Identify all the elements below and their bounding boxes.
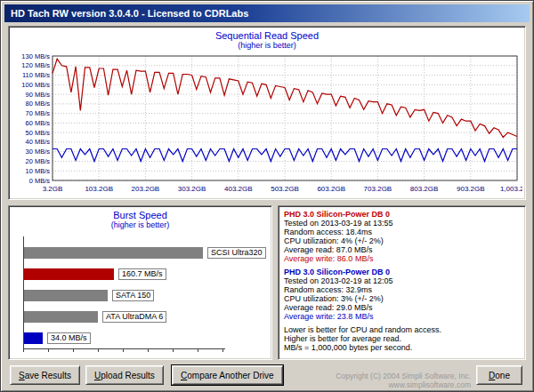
burst-bar-label: SCSI Ultra320 bbox=[207, 247, 266, 259]
svg-text:130 MB/s: 130 MB/s bbox=[21, 53, 50, 60]
upload-results-button[interactable]: Upload Results bbox=[85, 365, 164, 385]
svg-text:803.2GB: 803.2GB bbox=[410, 185, 439, 193]
results-panel: PHD 3.0 Silicon-Power DB 0 Tested on 201… bbox=[278, 205, 526, 360]
burst-bar bbox=[24, 268, 114, 280]
burst-bar-label: 160.7 MB/s bbox=[118, 268, 166, 280]
result-1-avg-read-line: Average read: 87.0 MB/s bbox=[284, 245, 520, 254]
svg-text:403.2GB: 403.2GB bbox=[224, 185, 253, 193]
burst-bar-label: 34.0 MB/s bbox=[47, 332, 91, 344]
result-2-random-access-line: Random access: 32.9ms bbox=[284, 285, 520, 294]
result-2-cpu-line: CPU utilization: 3% (+/- 2%) bbox=[284, 294, 520, 303]
burst-bar-row: SCSI Ultra320 bbox=[24, 242, 225, 263]
results-note-read: Higher is better for average read. bbox=[284, 334, 520, 343]
result-2-avg-write-line: Average write: 23.8 MB/s bbox=[284, 312, 520, 321]
svg-text:90 MB/s: 90 MB/s bbox=[25, 91, 50, 99]
svg-text:70 MB/s: 70 MB/s bbox=[25, 109, 50, 117]
svg-text:1,003.2GB: 1,003.2GB bbox=[500, 185, 522, 193]
svg-text:303.2GB: 303.2GB bbox=[178, 185, 206, 193]
burst-bar-row: 34.0 MB/s bbox=[24, 327, 225, 348]
upload-results-label: Upload Results bbox=[94, 371, 155, 380]
svg-text:60 MB/s: 60 MB/s bbox=[25, 119, 50, 127]
result-2-avg-read-line: Average read: 29.0 MB/s bbox=[284, 303, 520, 312]
svg-text:503.2GB: 503.2GB bbox=[271, 185, 299, 193]
svg-text:0 MB/s: 0 MB/s bbox=[29, 177, 51, 185]
burst-bar bbox=[24, 247, 203, 259]
burst-bar-label: SATA 150 bbox=[112, 290, 154, 301]
done-label: Done bbox=[485, 371, 514, 380]
burst-bar-row: SATA 150 bbox=[24, 284, 225, 306]
results-note-mbs: MB/s = 1,000,000 bytes per second. bbox=[284, 343, 520, 352]
result-2-drive-name: PHD 3.0 Silicon-Power DB 0 bbox=[284, 268, 520, 276]
burst-bar bbox=[24, 332, 43, 344]
save-results-button[interactable]: Save Results bbox=[10, 365, 80, 385]
result-1-tested-line: Tested on 2013-03-19 at 13:55 bbox=[284, 219, 520, 228]
svg-text:203.2GB: 203.2GB bbox=[132, 185, 160, 193]
done-button[interactable]: Done bbox=[476, 365, 522, 385]
results-note-cpu: Lower is better for CPU and random acces… bbox=[284, 325, 520, 334]
svg-text:10 MB/s: 10 MB/s bbox=[25, 167, 50, 175]
svg-text:110 MB/s: 110 MB/s bbox=[22, 71, 50, 79]
burst-bars-chart: SCSI Ultra320160.7 MB/sSATA 150ATA Ultra… bbox=[23, 236, 225, 349]
burst-bar bbox=[24, 290, 108, 301]
burst-axis-ticks bbox=[23, 349, 225, 352]
svg-text:703.2GB: 703.2GB bbox=[364, 185, 392, 193]
svg-text:3.2GB: 3.2GB bbox=[43, 185, 63, 193]
burst-chart-subtitle: (higher is better) bbox=[9, 220, 271, 229]
svg-text:603.2GB: 603.2GB bbox=[317, 185, 345, 193]
svg-text:30 MB/s: 30 MB/s bbox=[25, 148, 50, 156]
app-window: HD Tach RW version 3.0.4.0 - Licensed to… bbox=[0, 0, 534, 392]
burst-bar-label: ATA UltraDMA 6 bbox=[102, 311, 166, 323]
result-1-avg-write-line: Average write: 86.0 MB/s bbox=[284, 254, 520, 263]
burst-bar-row: ATA UltraDMA 6 bbox=[24, 306, 225, 327]
svg-text:40 MB/s: 40 MB/s bbox=[25, 138, 50, 146]
svg-text:20 MB/s: 20 MB/s bbox=[25, 157, 50, 165]
window-title: HD Tach RW version 3.0.4.0 - Licensed to… bbox=[11, 8, 248, 19]
burst-bar bbox=[24, 311, 98, 323]
copyright-text: Copyright (C) 2004 Simpli Software, Inc.… bbox=[259, 372, 471, 389]
burst-chart-title: Burst Speed bbox=[9, 210, 271, 220]
burst-speed-panel: Burst Speed (higher is better) SCSI Ultr… bbox=[8, 205, 272, 360]
svg-text:903.2GB: 903.2GB bbox=[457, 185, 485, 193]
burst-bar-row: 160.7 MB/s bbox=[24, 263, 225, 284]
result-1-random-access-line: Random access: 18.4ms bbox=[284, 228, 520, 236]
svg-text:120 MB/s: 120 MB/s bbox=[21, 61, 50, 69]
sequential-chart-title: Sequential Read Speed bbox=[9, 30, 525, 41]
save-results-label: Save Results bbox=[19, 371, 71, 380]
svg-text:80 MB/s: 80 MB/s bbox=[25, 100, 50, 108]
result-1-drive-name: PHD 3.0 Silicon-Power DB 0 bbox=[284, 210, 520, 219]
title-bar[interactable]: HD Tach RW version 3.0.4.0 - Licensed to… bbox=[4, 4, 530, 22]
sequential-chart-subtitle: (higher is better) bbox=[9, 41, 525, 50]
sequential-read-chart: 130 MB/s120 MB/s110 MB/s100 MB/s90 MB/s8… bbox=[12, 53, 522, 196]
result-1-cpu-line: CPU utilization: 4% (+/- 2%) bbox=[284, 236, 520, 245]
result-2-tested-line: Tested on 2013-02-19 at 12:05 bbox=[284, 276, 520, 285]
sequential-read-panel: Sequential Read Speed (higher is better)… bbox=[8, 26, 526, 200]
svg-text:100 MB/s: 100 MB/s bbox=[21, 81, 50, 89]
svg-text:103.2GB: 103.2GB bbox=[85, 185, 113, 193]
svg-text:50 MB/s: 50 MB/s bbox=[25, 129, 50, 137]
